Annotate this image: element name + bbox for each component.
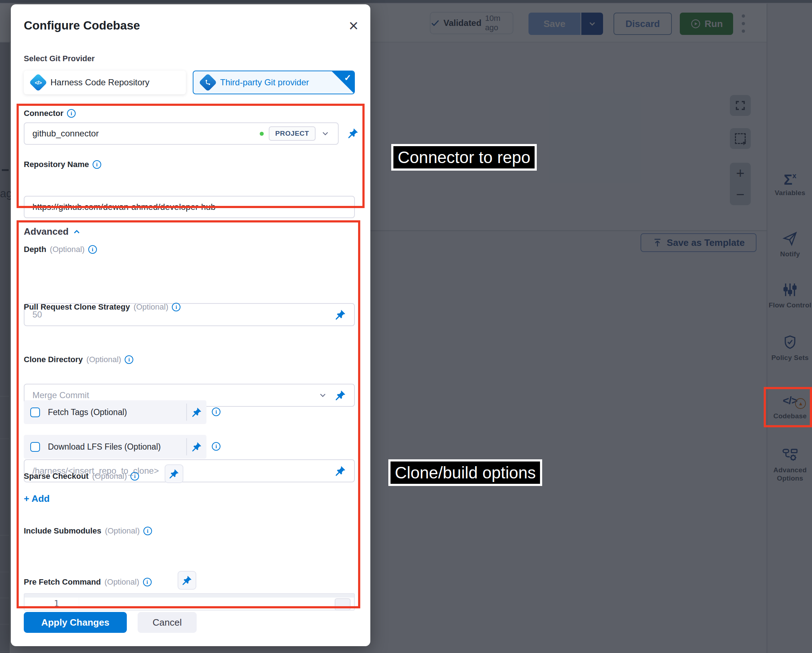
annotation-box-advanced: [17, 220, 360, 608]
annotation-label-connector: Connector to repo: [391, 144, 537, 170]
annotation-box-codebase: [764, 387, 812, 427]
cancel-button[interactable]: Cancel: [137, 612, 197, 633]
annotation-label-clone: Clone/build options: [388, 459, 542, 486]
provider-label: Third-party Git provider: [220, 78, 309, 87]
git-icon: [199, 73, 217, 92]
apply-changes-button[interactable]: Apply Changes: [24, 612, 127, 633]
git-provider-label: Select Git Provider: [24, 54, 95, 63]
selected-check-icon: ✓: [332, 71, 354, 94]
annotation-box-connector: [17, 104, 365, 208]
harness-code-icon: </>: [29, 73, 47, 92]
provider-option-thirdparty[interactable]: Third-party Git provider ✓: [193, 70, 355, 94]
modal-title: Configure Codebase: [24, 19, 140, 32]
provider-label: Harness Code Repository: [50, 78, 150, 87]
close-icon[interactable]: ×: [349, 17, 359, 34]
provider-option-harness[interactable]: </> Harness Code Repository: [24, 70, 186, 94]
